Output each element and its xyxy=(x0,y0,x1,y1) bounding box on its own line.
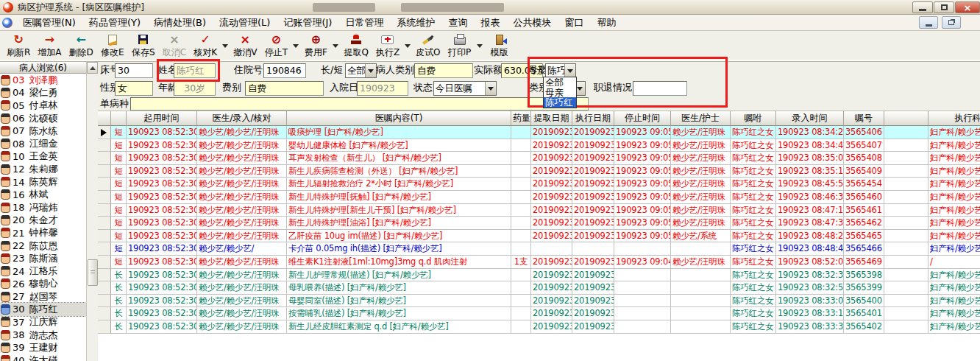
bed-no-field[interactable]: 30 xyxy=(115,63,153,78)
patient-item-07[interactable]: 07陈水练 xyxy=(0,125,86,137)
add-button[interactable]: →增加A xyxy=(34,31,65,60)
menu-item-7[interactable]: 系统维护 xyxy=(390,15,441,30)
menu-item-8[interactable]: 查询 xyxy=(441,15,474,30)
dropdown-arrow-icon[interactable] xyxy=(564,64,575,77)
order-row-7[interactable]: 短190923 08:52:30赖少艺/赖少艺/汪明珠新生儿特殊护理[新生儿干预… xyxy=(98,204,980,217)
patient-item-21[interactable]: 21钟梓馨 xyxy=(0,227,86,239)
order-row-10[interactable]: 短190923 08:52:30赖少艺/赖少艺/卡介苗 0.05mg ih(描述… xyxy=(98,242,980,256)
dropdown-caret-execute-button[interactable] xyxy=(403,31,412,60)
column-header-blank13[interactable] xyxy=(884,111,928,126)
stop-button[interactable]: ⊘停止T xyxy=(260,31,291,60)
menu-item-12[interactable]: 帮助 xyxy=(590,15,622,30)
print-button[interactable]: 打印P xyxy=(444,31,475,60)
gender-field[interactable]: 女 xyxy=(115,81,153,96)
single-disease-field[interactable] xyxy=(130,97,589,111)
template-button[interactable]: 模版 xyxy=(484,31,515,60)
dropdown-option-3[interactable]: 陈巧红 xyxy=(544,97,576,108)
patient-item-05[interactable]: 05付卓林 xyxy=(0,99,86,112)
admit-date-field[interactable]: 190923 xyxy=(357,81,408,96)
close-button[interactable]: × xyxy=(955,1,980,13)
name-field[interactable]: 陈巧红 xyxy=(174,63,216,78)
refresh-button[interactable]: ↻刷新R xyxy=(3,31,34,60)
order-row-14[interactable]: 长190923 08:52:30赖少艺/赖少艺/汪明珠母婴同室(描述) [妇产科… xyxy=(98,295,980,308)
column-header-cs[interactable] xyxy=(111,111,127,126)
order-row-3[interactable]: 短190923 08:52:30赖少艺/赖少艺/汪明珠耳声发射检查（新生儿） [… xyxy=(98,152,980,165)
order-row-12[interactable]: 长190923 08:52:30赖少艺/赖少艺/汪明珠新生儿护理常规(描述) [… xyxy=(98,269,980,282)
retire-status-field[interactable] xyxy=(633,81,687,96)
save-button[interactable]: 保存S xyxy=(128,31,159,60)
mdi-restore-button[interactable] xyxy=(942,16,961,29)
menu-item-3[interactable]: 病情处理(B) xyxy=(147,15,213,30)
dropdown-option-2[interactable]: 母亲 xyxy=(544,88,576,98)
column-header-entry[interactable]: 录入时间 xyxy=(776,111,844,126)
status-combo[interactable]: 今日医嘱 xyxy=(433,81,497,96)
menu-item-6[interactable]: 日常管理 xyxy=(338,15,390,30)
patient-item-20[interactable]: 20朱金才 xyxy=(0,214,86,226)
column-header-tq[interactable]: 提取日期 xyxy=(531,111,572,126)
order-row-13[interactable]: 长190923 08:52:30赖少艺/赖少艺/汪明珠母乳喂养(描述) [妇产科… xyxy=(98,281,980,295)
age-field[interactable]: 30岁 xyxy=(174,81,216,96)
menu-item-11[interactable]: 窗口 xyxy=(558,15,590,30)
fee-type-field[interactable]: 自费 xyxy=(245,81,324,96)
patient-item-39[interactable]: 39王建财 xyxy=(0,341,86,354)
patient-item-38[interactable]: 38游志杰 xyxy=(0,329,86,341)
menu-item-1[interactable]: 医嘱管理(N) xyxy=(16,15,82,30)
patient-item-23[interactable]: 23陈斯涵 xyxy=(0,252,86,264)
patient-item-26[interactable]: 26穆朝心 xyxy=(0,278,86,290)
admission-no-field[interactable]: 190846 xyxy=(263,63,306,78)
order-row-15[interactable]: 长190923 08:52:30赖少艺/赖少艺/汪明珠按需哺乳(描述) [妇产科… xyxy=(98,307,980,320)
column-header-nurse[interactable]: 医生/护士 xyxy=(671,111,731,126)
order-row-5[interactable]: 短190923 08:52:30赖少艺/赖少艺/汪明珠新生儿辐射抢救治疗 2*小… xyxy=(98,178,980,191)
mother-baby-combo[interactable]: 陈巧红 xyxy=(545,63,576,78)
dropdown-caret-print-button[interactable] xyxy=(475,31,484,60)
patient-item-30[interactable]: 30陈巧红 xyxy=(0,303,86,315)
long-short-combo[interactable]: 全部 xyxy=(345,63,377,78)
edit-button[interactable]: 修改E xyxy=(97,31,128,60)
patient-item-40[interactable]: 40许大碰 xyxy=(0,354,86,361)
patient-item-37[interactable]: 37江庆辉 xyxy=(0,316,86,329)
column-header-qty[interactable]: 药量 xyxy=(511,111,531,126)
extract-button[interactable]: 提取Q xyxy=(340,31,372,60)
column-header-time[interactable]: 起用时间 xyxy=(127,111,197,126)
column-header-dept[interactable]: 执行科室 xyxy=(928,111,980,126)
patient-item-24[interactable]: 24江格乐 xyxy=(0,264,86,277)
scroll-up-button[interactable] xyxy=(87,62,98,74)
menu-item-10[interactable]: 公共模块 xyxy=(506,15,558,30)
order-row-11[interactable]: 短190923 08:52:30赖少艺/赖少艺/汪明珠维生素K1注射液[1ml:… xyxy=(98,256,980,269)
order-row-8[interactable]: 短190923 08:52:30赖少艺/赖少艺/汪明珠新生儿特殊护理[油浴] [… xyxy=(98,217,980,230)
order-row-6[interactable]: 短190923 08:52:30赖少艺/赖少艺/汪明珠新生儿特殊护理[抚触] [… xyxy=(98,191,980,204)
patient-item-08[interactable]: 08江细金 xyxy=(0,137,86,150)
order-row-16[interactable]: 长190923 08:52:30赖少艺/赖少艺/汪明珠新生儿经皮胆红素测定 q.… xyxy=(98,320,980,334)
dropdown-caret-verify-button[interactable] xyxy=(221,31,230,60)
dropdown-caret-fee-button[interactable] xyxy=(331,31,340,60)
column-header-no[interactable]: 嘱号 xyxy=(844,111,884,126)
dropdown-caret-stop-button[interactable] xyxy=(291,31,300,60)
patient-item-12[interactable]: 12朱莉娜 xyxy=(0,163,86,175)
order-row-2[interactable]: 短190923 08:52:30赖少艺/赖少艺/汪明珠婴幼儿健康体检 [妇产科/… xyxy=(98,139,980,153)
order-row-9[interactable]: 短190923 08:52:30赖少艺/赖少艺/汪明珠乙肝疫苗 10ug im(… xyxy=(98,230,980,243)
menu-item-5[interactable]: 记账管理(J) xyxy=(277,15,338,30)
column-header-ex[interactable]: 执行日期 xyxy=(572,111,614,126)
skin-test-button[interactable]: 皮试O xyxy=(412,31,444,60)
restore-button[interactable] xyxy=(934,1,954,13)
menu-item-9[interactable]: 报表 xyxy=(474,15,506,30)
column-header-stop[interactable]: 停止时间 xyxy=(614,111,671,126)
verify-button[interactable]: ✓核对K xyxy=(190,31,221,60)
dropdown-arrow-icon[interactable] xyxy=(485,82,496,95)
minimize-button[interactable] xyxy=(912,1,933,13)
patient-item-18[interactable]: 18冯瑞炜 xyxy=(0,201,86,214)
patient-item-14[interactable]: 14陈英辉 xyxy=(0,175,86,188)
revoke-button[interactable]: ×撤消V xyxy=(230,31,260,60)
column-header-note[interactable]: 嘱咐 xyxy=(731,111,776,126)
dropdown-option-1[interactable]: 全部 xyxy=(544,77,576,88)
patient-item-22[interactable]: 22陈苡恩 xyxy=(0,239,86,252)
menu-item-4[interactable]: 流动管理(L) xyxy=(213,15,277,30)
patient-item-16[interactable]: 16林斌 xyxy=(0,189,86,201)
mdi-minimize-button[interactable] xyxy=(919,16,938,29)
sidebar-scrollbar[interactable] xyxy=(86,62,98,361)
patient-item-06[interactable]: 06沈硕硕 xyxy=(0,112,86,125)
patient-item-04[interactable]: 04梁仁勇 xyxy=(0,86,86,99)
patient-item-10[interactable]: 10王金英 xyxy=(0,150,86,163)
delete-button[interactable]: ←删除D xyxy=(65,31,97,60)
order-row-1[interactable]: 短190923 08:52:30赖少艺/赖少艺/汪明珠吸痰护理 [妇产科/赖少艺… xyxy=(98,126,980,139)
